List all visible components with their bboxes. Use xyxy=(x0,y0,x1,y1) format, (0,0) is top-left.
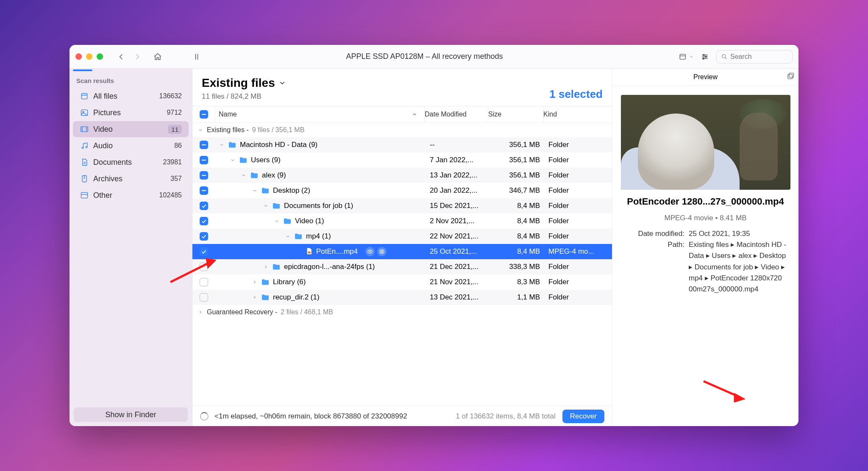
section-title[interactable]: Existing files xyxy=(202,76,286,90)
row-checkbox[interactable] xyxy=(200,293,208,302)
column-size[interactable]: Size xyxy=(488,106,543,122)
svg-line-33 xyxy=(382,250,383,253)
sidebar-item-video[interactable]: Video11 xyxy=(73,121,189,137)
table-row[interactable]: Documents for job (1) 15 Dec 2021,... 8,… xyxy=(192,198,612,213)
row-size: 346,7 MB xyxy=(493,186,548,195)
home-button[interactable] xyxy=(150,50,165,64)
svg-rect-27 xyxy=(308,252,311,254)
row-name: mp4 (1) xyxy=(306,232,331,241)
preview-panel: Preview PotEncoder 1280...27s_000000.mp4… xyxy=(612,69,798,426)
table-row[interactable]: PotEn....mp4 25 Oct 2021,... 8,4 MB MPEG… xyxy=(192,244,612,259)
table-row[interactable]: Desktop (2) 20 Jan 2022,... 346,7 MB Fol… xyxy=(192,183,612,198)
spinner-icon xyxy=(200,412,209,421)
sidebar-item-archives[interactable]: Archives357 xyxy=(73,171,189,187)
sidebar-item-other[interactable]: Other102485 xyxy=(73,187,189,203)
file-icon xyxy=(305,247,313,256)
traffic-lights[interactable] xyxy=(75,53,103,60)
table-row[interactable]: mp4 (1) 22 Nov 2021,... 8,4 MB Folder xyxy=(192,229,612,244)
row-checkbox[interactable] xyxy=(200,232,208,241)
row-kind: Folder xyxy=(548,263,612,271)
recover-button[interactable]: Recover xyxy=(562,410,604,423)
show-in-finder-button[interactable]: Show in Finder xyxy=(74,407,188,422)
fullscreen-window-icon[interactable] xyxy=(97,53,103,60)
minimize-window-icon[interactable] xyxy=(86,53,92,60)
folder-icon xyxy=(250,172,259,179)
hex-view-icon[interactable] xyxy=(377,247,387,256)
forward-button[interactable] xyxy=(130,50,145,64)
chevron-down-icon[interactable] xyxy=(230,157,236,163)
documents-icon xyxy=(80,158,89,167)
group-header[interactable]: Guaranteed Recovery - 2 files / 468,1 MB xyxy=(192,305,612,319)
chevron-down-icon xyxy=(278,79,286,87)
folder-icon xyxy=(239,157,248,163)
group-header[interactable]: Existing files - 9 files / 356,1 MB xyxy=(192,123,612,137)
row-checkbox[interactable] xyxy=(200,141,208,149)
chevron-down-icon[interactable] xyxy=(263,203,269,209)
row-checkbox[interactable] xyxy=(200,263,208,271)
chevron-down-icon[interactable] xyxy=(285,233,291,239)
column-date[interactable]: Date Modified xyxy=(425,106,488,122)
table-row[interactable]: Video (1) 2 Nov 2021,... 8,4 MB Folder xyxy=(192,213,612,229)
row-checkbox[interactable] xyxy=(200,217,208,225)
selection-count[interactable]: 1 selected xyxy=(549,88,603,101)
column-kind[interactable]: Kind xyxy=(543,106,607,122)
toolbar: APPLE SSD AP0128M – All recovery methods xyxy=(70,45,798,69)
svg-rect-2 xyxy=(680,54,685,59)
quicklook-icon[interactable] xyxy=(365,247,375,256)
chevron-down-icon[interactable] xyxy=(219,142,225,148)
row-size: 8,4 MB xyxy=(493,232,548,241)
row-size: 356,1 MB xyxy=(493,141,548,149)
folder-icon xyxy=(272,202,281,209)
search-input[interactable] xyxy=(730,53,781,61)
svg-point-29 xyxy=(380,249,384,254)
chevron-down-icon[interactable] xyxy=(274,218,280,224)
row-kind: Folder xyxy=(548,202,612,210)
sidebar-item-audio[interactable]: Audio86 xyxy=(73,138,189,154)
sidebar-item-documents[interactable]: Documents23981 xyxy=(73,154,189,170)
table-row[interactable]: Users (9) 7 Jan 2022,... 356,1 MB Folder xyxy=(192,152,612,168)
chevron-down-icon[interactable] xyxy=(241,172,247,178)
table-row[interactable]: Library (6) 21 Nov 2021,... 8,3 MB Folde… xyxy=(192,274,612,290)
close-window-icon[interactable] xyxy=(75,53,82,60)
chevron-down-icon[interactable] xyxy=(252,188,258,194)
row-kind: MPEG-4 mo... xyxy=(548,247,612,256)
svg-rect-35 xyxy=(789,73,794,78)
table-row[interactable]: Macintosh HD - Data (9) -- 356,1 MB Fold… xyxy=(192,137,612,152)
chevron-right-icon[interactable] xyxy=(252,294,258,300)
row-date: 22 Nov 2021,... xyxy=(430,232,493,241)
chevron-right-icon[interactable] xyxy=(252,279,258,285)
row-checkbox[interactable] xyxy=(200,202,208,210)
table-row[interactable]: recup_dir.2 (1) 13 Dec 2021,... 1,1 MB F… xyxy=(192,290,612,305)
back-button[interactable] xyxy=(114,50,128,64)
row-checkbox[interactable] xyxy=(200,278,208,286)
row-kind: Folder xyxy=(548,171,612,180)
row-checkbox[interactable] xyxy=(200,171,208,180)
row-checkbox[interactable] xyxy=(200,186,208,195)
chevron-right-icon[interactable] xyxy=(263,264,269,270)
detach-preview-button[interactable] xyxy=(787,72,794,82)
filter-settings-button[interactable] xyxy=(698,50,712,64)
row-name: epicdragon-l...-ana-24fps (1) xyxy=(284,263,375,271)
row-checkbox[interactable] xyxy=(200,247,208,256)
table-row[interactable]: epicdragon-l...-ana-24fps (1) 21 Dec 202… xyxy=(192,259,612,274)
svg-point-8 xyxy=(705,56,707,57)
view-mode-button[interactable] xyxy=(679,50,693,64)
scan-progress-text: <1m elapsed, ~0h06m remain, block 867388… xyxy=(214,412,407,421)
row-name: Macintosh HD - Data (9) xyxy=(240,141,317,149)
sidebar-item-all-files[interactable]: All files136632 xyxy=(73,88,189,104)
preview-thumbnail[interactable] xyxy=(621,95,790,190)
row-date: 13 Dec 2021,... xyxy=(430,293,493,302)
sidebar-item-pictures[interactable]: Pictures9712 xyxy=(73,105,189,121)
column-name[interactable]: Name xyxy=(215,106,425,122)
row-size: 8,4 MB xyxy=(493,247,548,256)
search-field[interactable] xyxy=(716,50,793,64)
row-checkbox[interactable] xyxy=(200,156,208,164)
folder-icon xyxy=(294,233,303,240)
files-icon xyxy=(80,91,89,101)
row-size: 1,1 MB xyxy=(493,293,548,302)
table-row[interactable]: alex (9) 13 Jan 2022,... 356,1 MB Folder xyxy=(192,168,612,183)
row-name: PotEn....mp4 xyxy=(316,247,358,256)
svg-rect-12 xyxy=(81,93,87,99)
select-all-checkbox[interactable] xyxy=(200,110,208,119)
folder-icon xyxy=(261,187,270,194)
